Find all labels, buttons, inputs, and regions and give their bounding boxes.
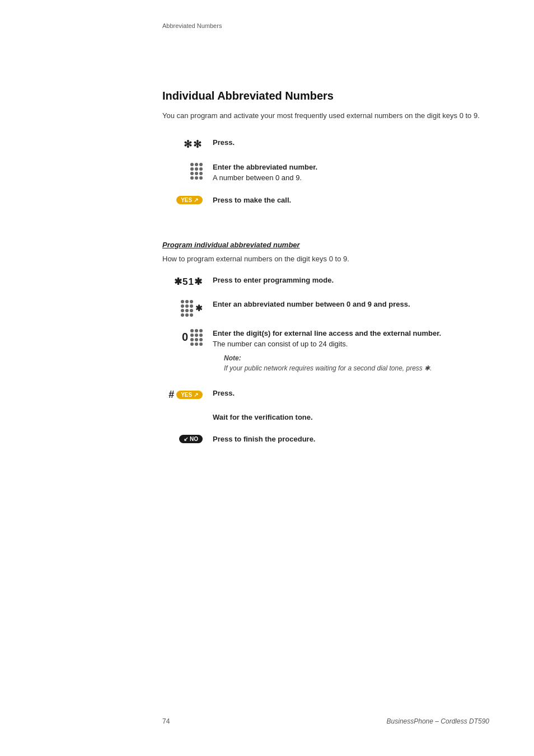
subsection-title: Program individual abbreviated number: [162, 241, 489, 249]
sub-step-text-2: Enter an abbreviated number between 0 an…: [213, 299, 489, 310]
yes-button-icon-2: YES ↗: [176, 391, 203, 399]
step-icon-star-star: ✻✻: [162, 137, 213, 151]
section-divider: [162, 222, 489, 231]
page-title: Individual Abbreviated Numbers: [162, 90, 489, 102]
step-icon-star51star: ✱51✱: [162, 275, 213, 288]
main-content: Individual Abbreviated Numbers You can p…: [162, 90, 489, 445]
star51star-icon: ✱51✱: [174, 276, 203, 288]
step-row-1: ✻✻ Press.: [162, 137, 489, 151]
hash-yes-icon: # YES ↗: [168, 389, 203, 401]
sub-step-action-2: Enter an abbreviated number between 0 an…: [213, 299, 489, 310]
step-text-1: Press.: [213, 137, 489, 148]
step-icon-zero-keypad: 0: [162, 328, 213, 346]
intro-text: You can program and activate your most f…: [162, 110, 489, 121]
sub-step-row-5: Wait for the verification tone.: [162, 412, 489, 423]
footer: 74 BusinessPhone – Cordless DT590: [0, 717, 534, 725]
zero-symbol: 0: [182, 331, 188, 344]
step-icon-empty-5: [162, 412, 213, 413]
step-row-2: Enter the abbreviated number. A number b…: [162, 162, 489, 184]
step-row-3: YES ↗ Press to make the call.: [162, 195, 489, 206]
zero-keypad-icon: 0: [182, 329, 203, 346]
sub-step-row-4: # YES ↗ Press.: [162, 388, 489, 401]
step-icon-yes-1: YES ↗: [162, 195, 213, 204]
step-action-3: Press to make the call.: [213, 195, 489, 206]
subsection-intro: How to program external numbers on the d…: [162, 253, 489, 265]
header-label: Abbreviated Numbers: [162, 22, 222, 29]
sub-step-text-3: Enter the digit(s) for external line acc…: [213, 328, 489, 377]
sub-step-action-1: Press to enter programming mode.: [213, 275, 489, 286]
star-star-icon: ✻✻: [184, 138, 203, 151]
step-sub-2: A number between 0 and 9.: [213, 172, 489, 184]
keypad-icon-2: [181, 300, 193, 317]
sub-step-action-6: Press to finish the procedure.: [213, 434, 489, 445]
step-icon-no: ↙ NO: [162, 434, 213, 443]
sub-step-text-4: Press.: [213, 388, 489, 399]
step-icon-keypad-1: [162, 162, 213, 180]
note-label: Note:: [224, 353, 489, 363]
sub-step-action-5: Wait for the verification tone.: [213, 412, 489, 423]
yes-button-icon-1: YES ↗: [176, 196, 203, 204]
step-text-3: Press to make the call.: [213, 195, 489, 206]
sub-step-action-4: Press.: [213, 388, 489, 399]
keypad-icon-3: [190, 329, 203, 346]
star-icon: ✱: [195, 303, 203, 313]
keypad-icon-1: [190, 163, 203, 180]
step-action-2: Enter the abbreviated number.: [213, 162, 489, 173]
step-icon-keypad-star: ✱: [162, 299, 213, 317]
hash-symbol: #: [168, 389, 174, 401]
step-icon-hash-yes: # YES ↗: [162, 388, 213, 401]
sub-step-sub-3: The number can consist of up to 24 digit…: [213, 339, 489, 350]
sub-step-row-2: ✱ Enter an abbreviated number between 0 …: [162, 299, 489, 317]
no-button-icon: ↙ NO: [179, 435, 203, 443]
page-number: 74: [162, 717, 170, 725]
sub-step-text-6: Press to finish the procedure.: [213, 434, 489, 445]
sub-step-text-5: Wait for the verification tone.: [213, 412, 489, 423]
note-box: Note: If your public network requires wa…: [224, 353, 489, 373]
sub-step-text-1: Press to enter programming mode.: [213, 275, 489, 286]
note-text: If your public network requires waiting …: [224, 364, 432, 372]
product-name: BusinessPhone – Cordless DT590: [387, 717, 489, 725]
sub-step-row-3: 0 Enter the digit(s) for external line a…: [162, 328, 489, 377]
page: Abbreviated Numbers Individual Abbreviat…: [0, 0, 534, 756]
sub-step-row-1: ✱51✱ Press to enter programming mode.: [162, 275, 489, 288]
step-text-2: Enter the abbreviated number. A number b…: [213, 162, 489, 184]
sub-step-action-3: Enter the digit(s) for external line acc…: [213, 328, 489, 339]
sub-step-row-6: ↙ NO Press to finish the procedure.: [162, 434, 489, 445]
step-action-1: Press.: [213, 137, 489, 148]
